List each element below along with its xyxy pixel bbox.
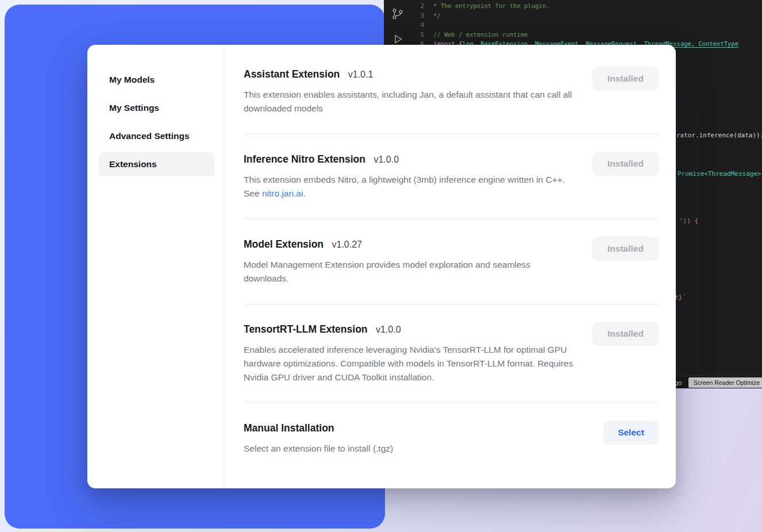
sidebar-item-my-models[interactable]: My Models — [99, 68, 214, 92]
extension-row: Model Extension v1.0.27 Model Management… — [244, 219, 659, 304]
extensions-list: Assistant Extension v1.0.1 This extensio… — [224, 45, 676, 488]
code-fragment: rator.inference(data)); — [676, 132, 762, 139]
extension-info: Model Extension v1.0.27 Model Management… — [244, 237, 576, 286]
code-fragment: ')) { — [679, 217, 698, 225]
extension-info: TensortRT-LLM Extension v1.0.0 Enables a… — [244, 322, 576, 384]
code-fragment: t}` — [675, 294, 686, 301]
extension-row: Assistant Extension v1.0.1 This extensio… — [244, 49, 659, 134]
extension-title: Assistant Extension v1.0.1 — [244, 67, 576, 82]
extension-row: TensortRT-LLM Extension v1.0.0 Enables a… — [244, 304, 659, 403]
code-lines: 2 * The entrypoint for the plugin. 3 */ … — [411, 1, 738, 49]
line-number: 2 — [411, 1, 424, 11]
installed-button[interactable]: Installed — [592, 237, 659, 261]
code-line: 2 * The entrypoint for the plugin. — [411, 1, 738, 11]
sidebar-item-my-settings[interactable]: My Settings — [99, 96, 214, 120]
extension-name: Assistant Extension — [244, 68, 340, 80]
line-number: 4 — [411, 20, 424, 30]
extension-description: Enables accelerated inference leveraging… — [244, 343, 576, 384]
screen-reader-badge[interactable]: Screen Reader Optimize — [688, 377, 762, 388]
settings-sidebar: My Models My Settings Advanced Settings … — [87, 45, 224, 488]
extension-description: This extension embeds Nitro, a lightweig… — [244, 173, 576, 201]
code-line: 5 // Web / extension runtime — [411, 30, 738, 40]
line-number: 3 — [411, 11, 424, 21]
sidebar-item-extensions[interactable]: Extensions — [99, 152, 214, 176]
extension-info: Manual Installation Select an extension … — [244, 421, 393, 456]
extension-title: TensortRT-LLM Extension v1.0.0 — [244, 322, 576, 337]
extension-name: Model Extension — [244, 238, 324, 250]
extension-version: v1.0.0 — [376, 325, 401, 334]
extension-name: Manual Installation — [244, 422, 334, 434]
extension-name: TensortRT-LLM Extension — [244, 323, 368, 335]
extension-version: v1.0.27 — [332, 240, 362, 249]
extension-row: Inference Nitro Extension v1.0.0 This ex… — [244, 134, 659, 219]
extension-title: Model Extension v1.0.27 — [244, 237, 576, 252]
extension-version: v1.0.0 — [374, 155, 399, 164]
code-line: 4 — [411, 20, 738, 30]
extension-info: Inference Nitro Extension v1.0.0 This ex… — [244, 152, 576, 201]
manual-installation-row: Manual Installation Select an extension … — [244, 403, 659, 474]
line-number: 5 — [411, 30, 424, 40]
extension-description: This extension enables assistants, inclu… — [244, 88, 576, 115]
select-button[interactable]: Select — [603, 421, 659, 445]
sidebar-item-advanced-settings[interactable]: Advanced Settings — [99, 124, 214, 148]
source-control-icon[interactable] — [391, 7, 405, 23]
code-text: // Web / extension runtime — [433, 30, 528, 40]
code-line: 3 */ — [411, 11, 738, 21]
code-text: * The entrypoint for the plugin. — [433, 1, 549, 11]
installed-button[interactable]: Installed — [592, 67, 659, 91]
extension-info: Assistant Extension v1.0.1 This extensio… — [244, 67, 576, 115]
extension-title: Manual Installation — [244, 421, 393, 436]
extension-name: Inference Nitro Extension — [244, 153, 365, 165]
code-text: */ — [433, 11, 441, 21]
installed-button[interactable]: Installed — [592, 322, 659, 346]
extension-title: Inference Nitro Extension v1.0.0 — [244, 152, 576, 167]
settings-modal: My Models My Settings Advanced Settings … — [87, 45, 676, 488]
nitro-link[interactable]: nitro.jan.ai. — [262, 188, 306, 198]
extension-description: Model Management Extension provides mode… — [244, 258, 576, 286]
code-fragment: Promise<ThreadMessage> — [678, 170, 761, 178]
extension-description: Select an extension file to install (.tg… — [244, 442, 393, 456]
installed-button[interactable]: Installed — [592, 152, 659, 176]
extension-version: v1.0.1 — [348, 70, 374, 79]
